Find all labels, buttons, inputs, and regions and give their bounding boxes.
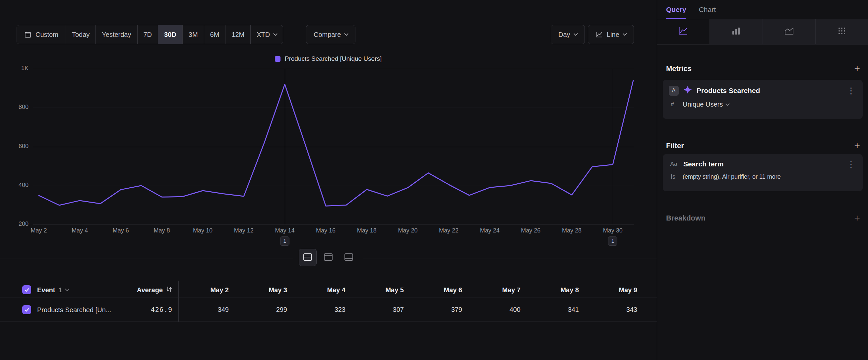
annotation-badge[interactable]: 1: [608, 237, 617, 246]
series-letter-badge: A: [669, 86, 679, 95]
x-axis-label: May 16: [316, 227, 336, 234]
row-average-value: 426.9: [151, 306, 173, 313]
viz-bar-chart-button[interactable]: [710, 19, 762, 44]
table-cell: 323: [287, 298, 345, 321]
table-cell: 349: [170, 298, 229, 321]
breakdown-heading-label: Breakdown: [666, 214, 706, 222]
y-axis-label: 400: [3, 182, 29, 189]
x-axis-label: May 12: [234, 227, 254, 234]
x-axis-label: May 2: [31, 227, 47, 234]
table-cell: 400: [462, 298, 521, 321]
text-property-icon: Aa: [669, 161, 679, 167]
y-axis-label: 200: [3, 221, 29, 227]
chart-line-series[interactable]: [33, 69, 634, 224]
kebab-menu-icon[interactable]: ⋮: [845, 86, 857, 95]
x-axis-label: May 22: [439, 227, 459, 234]
select-all-checkbox[interactable]: [22, 285, 31, 294]
filter-card[interactable]: Aa Search term ⋮ Is (empty string), Air …: [663, 154, 863, 191]
layout-toggle-group: [293, 249, 363, 266]
column-header[interactable]: May 7: [462, 282, 521, 298]
metric-grid-icon: [837, 26, 847, 37]
line-chart-icon: [678, 26, 688, 37]
visualization-picker: [657, 19, 868, 45]
tab-chart[interactable]: Chart: [699, 0, 716, 19]
metric-card[interactable]: A Products Searched ⋮ # Unique Users: [663, 80, 863, 119]
filter-value[interactable]: (empty string), Air purifier, or 11 more: [683, 173, 781, 180]
aggregation-label: Unique Users: [683, 101, 723, 108]
viz-metric-grid-button[interactable]: [815, 19, 868, 44]
x-axis-label: May 18: [357, 227, 377, 234]
event-sparkle-icon: [683, 85, 692, 95]
event-column-header[interactable]: Event 1: [37, 282, 69, 298]
layout-split-icon: [303, 253, 312, 262]
x-axis-label: May 20: [398, 227, 417, 234]
table-cell: 299: [229, 298, 287, 321]
kebab-menu-icon[interactable]: ⋮: [845, 160, 857, 168]
table-row: Products Searched [Un... 426.9 349 299 3…: [0, 298, 657, 322]
x-axis-label: May 14: [275, 227, 294, 234]
x-axis-label: May 30: [603, 227, 623, 234]
viz-area-chart-button[interactable]: [763, 19, 815, 44]
tab-query[interactable]: Query: [666, 0, 686, 19]
column-header[interactable]: May 8: [521, 282, 579, 298]
x-axis-label: May 4: [72, 227, 88, 234]
check-icon: [24, 287, 30, 293]
query-builder-panel: Query Chart: [657, 0, 868, 360]
x-axis-label: May 6: [113, 227, 129, 234]
column-header[interactable]: May 4: [287, 282, 345, 298]
chevron-down-icon: [725, 102, 730, 106]
x-axis-label: May 10: [193, 227, 213, 234]
add-filter-button[interactable]: +: [854, 141, 860, 151]
table-cell: 341: [521, 298, 579, 321]
breakdown-section-heading: Breakdown +: [666, 213, 860, 223]
y-axis-label: 1K: [3, 65, 29, 72]
average-header-label: Average: [137, 286, 163, 294]
event-header-label: Event: [37, 286, 55, 294]
check-icon: [24, 307, 30, 312]
table-cell: 307: [345, 298, 404, 321]
filter-heading-label: Filter: [666, 141, 684, 150]
x-axis-label: May 28: [562, 227, 582, 234]
filter-operator: Is: [671, 173, 677, 180]
aggregation-dropdown[interactable]: Unique Users: [683, 101, 729, 108]
viz-line-chart-button[interactable]: [657, 19, 710, 44]
table-cell: 343: [579, 298, 637, 321]
annotation-badge[interactable]: 1: [280, 237, 289, 246]
layout-chart-icon: [344, 253, 353, 262]
column-header[interactable]: May 3: [229, 282, 287, 298]
metrics-heading-label: Metrics: [666, 64, 692, 73]
layout-split-view-button[interactable]: [299, 249, 317, 266]
aggregation-symbol: #: [671, 101, 677, 108]
metrics-section-heading: Metrics +: [666, 64, 860, 74]
analytics-insights-report: Custom Today Yesterday 7D 30D 3M 6M 12M …: [0, 0, 868, 360]
area-chart-icon: [784, 26, 794, 37]
column-header[interactable]: May 5: [345, 282, 404, 298]
column-header[interactable]: May 9: [579, 282, 637, 298]
x-axis-label: May 8: [154, 227, 170, 234]
line-chart-canvas[interactable]: 1K800600400200May 2May 4May 6May 8May 10…: [0, 0, 657, 262]
chart-gridline: [33, 224, 634, 225]
table-header: Event 1 Average May 2 May 3 May 4 May 5 …: [0, 282, 657, 298]
x-axis-label: May 26: [521, 227, 540, 234]
y-axis-label: 600: [3, 143, 29, 150]
chevron-down-icon: [65, 287, 69, 291]
sidebar-tabs: Query Chart: [657, 0, 868, 19]
average-column-header[interactable]: Average: [93, 282, 173, 298]
layout-table-view-button[interactable]: [319, 249, 337, 266]
column-header[interactable]: May 6: [404, 282, 462, 298]
filter-property-name: Search term: [683, 160, 841, 168]
x-axis-label: May 24: [480, 227, 500, 234]
bar-chart-icon: [731, 26, 741, 37]
row-checkbox[interactable]: [22, 305, 31, 314]
y-axis-label: 800: [3, 104, 29, 111]
column-header[interactable]: May 2: [170, 282, 229, 298]
layout-chart-view-button[interactable]: [340, 249, 358, 266]
add-metric-button[interactable]: +: [854, 64, 860, 74]
table-cell: 379: [404, 298, 462, 321]
metric-name: Products Searched: [696, 87, 841, 95]
filter-section-heading: Filter +: [666, 141, 860, 151]
add-breakdown-button[interactable]: +: [854, 213, 860, 223]
layout-table-icon: [323, 253, 333, 262]
event-count: 1: [58, 286, 62, 294]
